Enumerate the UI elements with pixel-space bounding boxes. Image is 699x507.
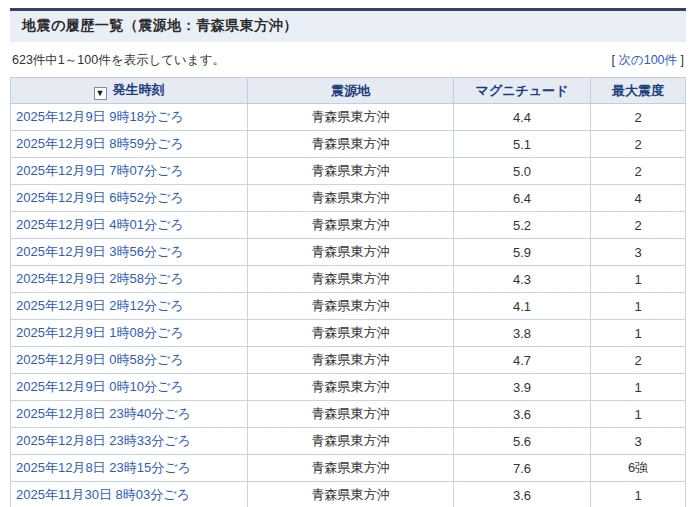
intensity-cell: 1: [591, 266, 686, 293]
intensity-cell: 2: [591, 158, 686, 185]
epicenter-cell: 青森県東方沖: [248, 185, 454, 212]
magnitude-cell: 5.0: [454, 158, 591, 185]
magnitude-cell: 7.6: [454, 455, 591, 482]
table-header-row: ▼発生時刻 震源地 マグニチュード 最大震度: [11, 78, 686, 104]
intensity-cell: 1: [591, 482, 686, 507]
table-row: 2025年12月9日 1時08分ごろ青森県東方沖3.81: [11, 320, 686, 347]
table-row: 2025年12月9日 7時07分ごろ青森県東方沖5.02: [11, 158, 686, 185]
earthquake-detail-link[interactable]: 2025年12月9日 2時12分ごろ: [16, 298, 184, 313]
magnitude-cell: 3.8: [454, 320, 591, 347]
table-row: 2025年12月9日 8時59分ごろ青森県東方沖5.12: [11, 131, 686, 158]
epicenter-cell: 青森県東方沖: [248, 320, 454, 347]
table-row: 2025年12月9日 2時58分ごろ青森県東方沖4.31: [11, 266, 686, 293]
intensity-cell: 1: [591, 374, 686, 401]
earthquake-detail-link[interactable]: 2025年12月9日 2時58分ごろ: [16, 271, 184, 286]
earthquake-detail-link[interactable]: 2025年12月9日 7時07分ごろ: [16, 163, 184, 178]
magnitude-cell: 5.2: [454, 212, 591, 239]
earthquake-detail-link[interactable]: 2025年11月30日 8時03分ごろ: [16, 487, 190, 502]
result-count-text: 623件中1～100件を表示しています。: [12, 52, 225, 69]
epicenter-cell: 青森県東方沖: [248, 104, 454, 131]
table-row: 2025年12月8日 23時33分ごろ青森県東方沖5.63: [11, 428, 686, 455]
time-cell: 2025年12月9日 0時10分ごろ: [11, 374, 248, 401]
intensity-cell: 2: [591, 347, 686, 374]
earthquake-detail-link[interactable]: 2025年12月9日 1時08分ごろ: [16, 325, 184, 340]
magnitude-cell: 4.3: [454, 266, 591, 293]
pagination: [ 次の100件 ]: [611, 52, 684, 69]
result-meta-row: 623件中1～100件を表示しています。 [ 次の100件 ]: [12, 52, 684, 69]
magnitude-cell: 3.6: [454, 401, 591, 428]
intensity-cell: 1: [591, 320, 686, 347]
magnitude-cell: 5.1: [454, 131, 591, 158]
table-row: 2025年11月30日 8時03分ごろ青森県東方沖3.61: [11, 482, 686, 507]
column-header-time-label: 発生時刻: [113, 82, 165, 97]
table-row: 2025年12月9日 9時18分ごろ青森県東方沖4.42: [11, 104, 686, 131]
earthquake-detail-link[interactable]: 2025年12月9日 8時59分ごろ: [16, 136, 184, 151]
table-row: 2025年12月9日 4時01分ごろ青森県東方沖5.22: [11, 212, 686, 239]
earthquake-detail-link[interactable]: 2025年12月9日 6時52分ごろ: [16, 190, 184, 205]
time-cell: 2025年12月9日 4時01分ごろ: [11, 212, 248, 239]
intensity-cell: 2: [591, 104, 686, 131]
magnitude-cell: 5.6: [454, 428, 591, 455]
time-cell: 2025年12月9日 2時58分ごろ: [11, 266, 248, 293]
time-cell: 2025年12月9日 8時59分ごろ: [11, 131, 248, 158]
column-header-magnitude: マグニチュード: [454, 78, 591, 104]
page-title: 地震の履歴一覧（震源地：青森県東方沖）: [10, 8, 686, 42]
intensity-cell: 3: [591, 428, 686, 455]
table-row: 2025年12月9日 2時12分ごろ青森県東方沖4.11: [11, 293, 686, 320]
epicenter-cell: 青森県東方沖: [248, 401, 454, 428]
earthquake-detail-link[interactable]: 2025年12月9日 3時56分ごろ: [16, 244, 184, 259]
pagination-bracket-close: ]: [677, 53, 684, 67]
magnitude-cell: 4.7: [454, 347, 591, 374]
earthquake-detail-link[interactable]: 2025年12月9日 4時01分ごろ: [16, 217, 184, 232]
magnitude-cell: 4.4: [454, 104, 591, 131]
magnitude-cell: 4.1: [454, 293, 591, 320]
earthquake-detail-link[interactable]: 2025年12月9日 0時10分ごろ: [16, 379, 184, 394]
time-cell: 2025年12月9日 1時08分ごろ: [11, 320, 248, 347]
table-row: 2025年12月9日 6時52分ごろ青森県東方沖6.44: [11, 185, 686, 212]
table-row: 2025年12月9日 0時58分ごろ青森県東方沖4.72: [11, 347, 686, 374]
earthquake-detail-link[interactable]: 2025年12月8日 23時40分ごろ: [16, 406, 191, 421]
earthquake-detail-link[interactable]: 2025年12月8日 23時15分ごろ: [16, 460, 191, 475]
time-cell: 2025年12月8日 23時40分ごろ: [11, 401, 248, 428]
epicenter-cell: 青森県東方沖: [248, 428, 454, 455]
time-cell: 2025年11月30日 8時03分ごろ: [11, 482, 248, 507]
intensity-cell: 1: [591, 401, 686, 428]
intensity-cell: 6強: [591, 455, 686, 482]
earthquake-table-body: 2025年12月9日 9時18分ごろ青森県東方沖4.422025年12月9日 8…: [11, 104, 686, 507]
magnitude-cell: 3.9: [454, 374, 591, 401]
magnitude-cell: 5.9: [454, 239, 591, 266]
table-row: 2025年12月8日 23時40分ごろ青森県東方沖3.61: [11, 401, 686, 428]
time-cell: 2025年12月9日 0時58分ごろ: [11, 347, 248, 374]
epicenter-cell: 青森県東方沖: [248, 266, 454, 293]
epicenter-cell: 青森県東方沖: [248, 239, 454, 266]
sort-descending-icon[interactable]: ▼: [94, 87, 107, 100]
time-cell: 2025年12月9日 2時12分ごろ: [11, 293, 248, 320]
intensity-cell: 3: [591, 239, 686, 266]
earthquake-history-table: ▼発生時刻 震源地 マグニチュード 最大震度 2025年12月9日 9時18分ご…: [10, 77, 686, 507]
intensity-cell: 2: [591, 212, 686, 239]
epicenter-cell: 青森県東方沖: [248, 293, 454, 320]
epicenter-cell: 青森県東方沖: [248, 374, 454, 401]
intensity-cell: 2: [591, 131, 686, 158]
epicenter-cell: 青森県東方沖: [248, 212, 454, 239]
time-cell: 2025年12月9日 6時52分ごろ: [11, 185, 248, 212]
column-header-time: ▼発生時刻: [11, 78, 248, 104]
next-100-link[interactable]: 次の100件: [618, 53, 677, 67]
earthquake-detail-link[interactable]: 2025年12月9日 0時58分ごろ: [16, 352, 184, 367]
earthquake-detail-link[interactable]: 2025年12月9日 9時18分ごろ: [16, 109, 184, 124]
time-cell: 2025年12月8日 23時33分ごろ: [11, 428, 248, 455]
intensity-cell: 4: [591, 185, 686, 212]
epicenter-cell: 青森県東方沖: [248, 158, 454, 185]
time-cell: 2025年12月8日 23時15分ごろ: [11, 455, 248, 482]
table-row: 2025年12月8日 23時15分ごろ青森県東方沖7.66強: [11, 455, 686, 482]
column-header-epicenter: 震源地: [248, 78, 454, 104]
magnitude-cell: 3.6: [454, 482, 591, 507]
intensity-cell: 1: [591, 293, 686, 320]
earthquake-detail-link[interactable]: 2025年12月8日 23時33分ごろ: [16, 433, 191, 448]
epicenter-cell: 青森県東方沖: [248, 455, 454, 482]
earthquake-history-page: 地震の履歴一覧（震源地：青森県東方沖） 623件中1～100件を表示しています。…: [10, 8, 686, 507]
epicenter-cell: 青森県東方沖: [248, 482, 454, 507]
epicenter-cell: 青森県東方沖: [248, 131, 454, 158]
epicenter-cell: 青森県東方沖: [248, 347, 454, 374]
time-cell: 2025年12月9日 9時18分ごろ: [11, 104, 248, 131]
